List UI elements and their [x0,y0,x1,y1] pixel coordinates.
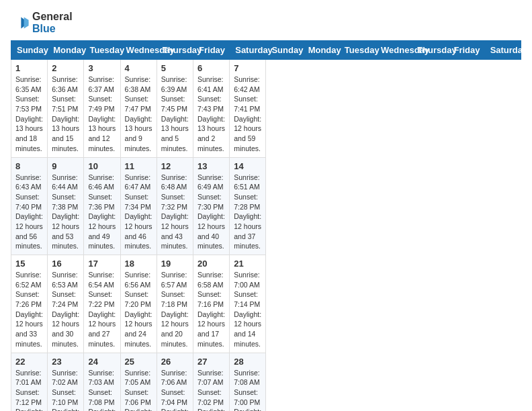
col-tuesday: Tuesday [339,41,375,60]
sunrise-label: Sunrise: 7:06 AM [161,369,187,387]
day-cell-14: 14 Sunrise: 6:51 AM Sunset: 7:28 PM Dayl… [230,157,266,255]
day-cell-10: 10 Sunrise: 6:46 AM Sunset: 7:36 PM Dayl… [84,157,120,255]
sunrise-label: Sunrise: 7:07 AM [197,369,224,387]
sunrise-label: Sunrise: 6:44 AM [52,173,78,191]
day-cell-23: 23 Sunrise: 7:02 AM Sunset: 7:10 PM Dayl… [48,353,84,411]
day-cell-16: 16 Sunrise: 6:53 AM Sunset: 7:24 PM Dayl… [48,255,84,353]
sunrise-label: Sunrise: 6:54 AM [88,271,114,289]
day-number: 19 [161,259,189,269]
col-monday: Monday [48,41,84,60]
col-saturday: Saturday [230,41,266,60]
sunrise-label: Sunrise: 6:58 AM [197,271,224,289]
sunrise-label: Sunrise: 6:52 AM [15,271,42,289]
sunrise-label: Sunrise: 6:46 AM [88,173,114,191]
sunset-label: Sunset: 7:30 PM [197,193,224,211]
day-info: Sunrise: 6:56 AM Sunset: 7:20 PM Dayligh… [125,270,152,349]
daylight-label: Daylight: 12 hours and 56 minutes. [15,212,43,250]
day-info: Sunrise: 7:03 AM Sunset: 7:08 PM Dayligh… [88,368,116,412]
col-sunday: Sunday [11,41,48,60]
day-number: 1 [15,63,43,73]
day-info: Sunrise: 6:53 AM Sunset: 7:24 PM Dayligh… [52,270,79,349]
sunset-label: Sunset: 7:51 PM [52,95,78,113]
sunrise-label: Sunrise: 7:05 AM [125,369,151,387]
day-number: 12 [161,161,189,171]
day-info: Sunrise: 6:42 AM Sunset: 7:41 PM Dayligh… [234,75,261,154]
day-number: 6 [197,63,225,73]
sunset-label: Sunset: 7:00 PM [234,388,260,406]
sunset-label: Sunset: 7:28 PM [234,193,260,211]
sunset-label: Sunset: 7:40 PM [15,193,42,211]
sunrise-label: Sunrise: 6:35 AM [15,75,42,93]
daylight-label: Daylight: 12 hours and 27 minutes. [88,310,116,348]
day-number: 14 [234,161,261,171]
day-info: Sunrise: 6:37 AM Sunset: 7:49 PM Dayligh… [88,75,116,154]
sunset-label: Sunset: 7:22 PM [88,290,114,308]
day-cell-11: 11 Sunrise: 6:47 AM Sunset: 7:34 PM Dayl… [120,157,157,255]
day-cell-18: 18 Sunrise: 6:56 AM Sunset: 7:20 PM Dayl… [120,255,157,353]
sunrise-label: Sunrise: 6:56 AM [125,271,151,289]
sunrise-label: Sunrise: 6:41 AM [197,75,224,93]
day-number: 7 [234,63,261,73]
day-cell-26: 26 Sunrise: 7:06 AM Sunset: 7:04 PM Dayl… [157,353,193,411]
day-cell-13: 13 Sunrise: 6:49 AM Sunset: 7:30 PM Dayl… [193,157,230,255]
day-info: Sunrise: 7:05 AM Sunset: 7:06 PM Dayligh… [125,368,152,412]
sunset-label: Sunset: 7:06 PM [125,388,151,406]
calendar-table: SundayMondayTuesdayWednesdayThursdayFrid… [11,40,521,411]
day-info: Sunrise: 6:46 AM Sunset: 7:36 PM Dayligh… [88,173,116,252]
day-info: Sunrise: 6:35 AM Sunset: 7:53 PM Dayligh… [15,75,43,154]
col-wednesday: Wednesday [375,41,412,60]
day-info: Sunrise: 6:49 AM Sunset: 7:30 PM Dayligh… [197,173,225,252]
daylight-label: Daylight: 12 hours and 37 minutes. [234,212,261,250]
daylight-label: Daylight: 12 hours and 53 minutes. [52,212,79,250]
day-number: 23 [52,357,79,367]
sunrise-label: Sunrise: 7:02 AM [52,369,78,387]
col-tuesday: Tuesday [84,41,120,60]
daylight-label: Daylight: 12 hours and 40 minutes. [197,212,225,250]
day-cell-5: 5 Sunrise: 6:39 AM Sunset: 7:45 PM Dayli… [157,60,193,158]
sunrise-label: Sunrise: 7:08 AM [234,369,260,387]
daylight-label: Daylight: 12 hours and 59 minutes. [234,115,261,152]
day-number: 18 [125,259,152,269]
daylight-label: Daylight: 13 hours and 5 minutes. [161,115,189,152]
day-number: 16 [52,259,79,269]
sunrise-label: Sunrise: 6:37 AM [88,75,114,93]
sunset-label: Sunset: 7:24 PM [52,290,78,308]
sunrise-label: Sunrise: 6:53 AM [52,271,78,289]
day-number: 25 [125,357,152,367]
day-info: Sunrise: 7:06 AM Sunset: 7:04 PM Dayligh… [161,368,189,412]
day-number: 17 [88,259,116,269]
day-number: 4 [125,63,152,73]
daylight-label: Daylight: 12 hours and 8 minutes. [52,408,79,411]
col-monday: Monday [302,41,339,60]
day-info: Sunrise: 7:07 AM Sunset: 7:02 PM Dayligh… [197,368,225,412]
day-cell-7: 7 Sunrise: 6:42 AM Sunset: 7:41 PM Dayli… [230,60,266,158]
sunset-label: Sunset: 7:49 PM [88,95,114,113]
day-info: Sunrise: 6:38 AM Sunset: 7:47 PM Dayligh… [125,75,152,154]
sunrise-label: Sunrise: 7:00 AM [234,271,260,289]
daylight-label: Daylight: 12 hours and 49 minutes. [88,212,116,250]
daylight-label: Daylight: 12 hours and 20 minutes. [161,310,189,348]
day-number: 8 [15,161,43,171]
day-info: Sunrise: 6:41 AM Sunset: 7:43 PM Dayligh… [197,75,225,154]
sunset-label: Sunset: 7:53 PM [15,95,42,113]
sunrise-label: Sunrise: 6:39 AM [161,75,187,93]
day-info: Sunrise: 6:47 AM Sunset: 7:34 PM Dayligh… [125,173,152,252]
day-info: Sunrise: 6:58 AM Sunset: 7:16 PM Dayligh… [197,270,225,349]
day-number: 20 [197,259,225,269]
sunset-label: Sunset: 7:18 PM [161,290,187,308]
day-number: 2 [52,63,79,73]
day-cell-9: 9 Sunrise: 6:44 AM Sunset: 7:38 PM Dayli… [48,157,84,255]
col-thursday: Thursday [157,41,193,60]
day-cell-24: 24 Sunrise: 7:03 AM Sunset: 7:08 PM Dayl… [84,353,120,411]
day-number: 11 [125,161,152,171]
col-friday: Friday [448,41,484,60]
day-cell-8: 8 Sunrise: 6:43 AM Sunset: 7:40 PM Dayli… [11,157,48,255]
day-info: Sunrise: 6:36 AM Sunset: 7:51 PM Dayligh… [52,75,79,154]
sunset-label: Sunset: 7:34 PM [125,193,151,211]
sunset-label: Sunset: 7:12 PM [15,388,42,406]
day-number: 27 [197,357,225,367]
day-cell-27: 27 Sunrise: 7:07 AM Sunset: 7:02 PM Dayl… [193,353,230,411]
day-number: 13 [197,161,225,171]
daylight-label: Daylight: 12 hours and 14 minutes. [234,310,261,348]
day-cell-25: 25 Sunrise: 7:05 AM Sunset: 7:06 PM Dayl… [120,353,157,411]
